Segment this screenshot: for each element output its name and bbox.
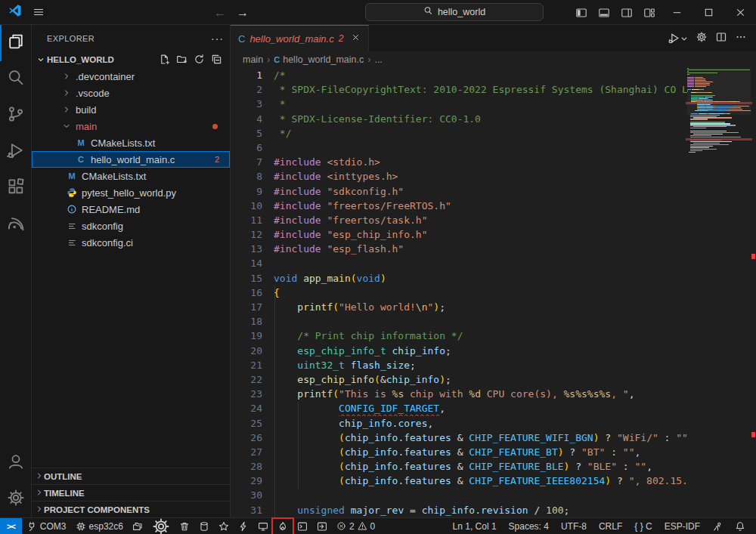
tree-item-build[interactable]: build [32, 101, 230, 118]
code-line[interactable]: 22 esp_chip_info(&chip_info); [231, 372, 687, 387]
tree-item-sdkconfig[interactable]: sdkconfig [32, 218, 230, 234]
tree-item-cmakelists-txt[interactable]: MCMakeLists.txt [32, 134, 230, 151]
status-language-mode[interactable]: { } C [629, 518, 657, 534]
status-feedback[interactable] [707, 518, 728, 534]
code-line[interactable]: 19 /* Print chip information */ [231, 329, 687, 343]
activity-item-extensions[interactable] [0, 170, 31, 206]
tree-item-sdkconfig-ci[interactable]: sdkconfig.ci [32, 234, 230, 251]
layout-panel-icon[interactable] [593, 0, 615, 25]
minimap-viewport[interactable] [687, 68, 751, 115]
code-area[interactable]: 1/*2 * SPDX-FileCopyrightText: 2010-2022… [231, 68, 756, 517]
code-line[interactable]: 27 (chip_info.features & CHIP_FEATURE_BT… [231, 445, 687, 459]
activity-item-source-control[interactable] [0, 97, 31, 134]
maximize-button[interactable] [692, 0, 724, 25]
section-outline[interactable]: OUTLINE [32, 468, 230, 484]
activity-item-espressif-idf[interactable] [0, 206, 31, 242]
code-line[interactable]: 9#include "sdkconfig.h" [231, 184, 687, 199]
code-line[interactable]: 11#include "freertos/task.h" [231, 213, 687, 227]
minimap[interactable] [687, 68, 751, 517]
explorer-more-icon[interactable]: ··· [211, 32, 224, 45]
tree-item-hello-world-main-c[interactable]: Chello_world_main.c2 [32, 151, 230, 168]
code-line[interactable]: 30 [231, 488, 687, 502]
gear-icon[interactable] [696, 31, 708, 46]
status-monitor[interactable] [254, 518, 272, 534]
code-line[interactable]: 4 * SPDX-License-Identifier: CC0-1.0 [231, 112, 687, 126]
minimize-button[interactable] [661, 0, 692, 25]
code-line[interactable]: 15void app_main(void) [231, 271, 687, 286]
code-line[interactable]: 20 esp_chip_info_t chip_info; [231, 344, 687, 358]
run-debug-icon[interactable] [668, 32, 688, 45]
status-menuconfig[interactable] [148, 518, 174, 534]
code-line[interactable]: 8#include <inttypes.h> [231, 169, 687, 184]
tree-item-main[interactable]: main [32, 118, 230, 134]
status-serial-port[interactable]: COM3 [23, 518, 70, 534]
status-erase-flash[interactable] [195, 518, 213, 534]
status-build-flash-monitor[interactable] [274, 518, 292, 534]
section-project-components[interactable]: PROJECT COMPONENTS [32, 501, 230, 517]
tree-item--vscode[interactable]: .vscode [32, 85, 230, 101]
overview-ruler[interactable] [751, 68, 756, 517]
status-indentation[interactable]: Spaces: 4 [503, 518, 554, 534]
code-line[interactable]: 31 unsigned major_rev = chip_info.revisi… [231, 503, 687, 517]
search-input[interactable]: hello_world [365, 3, 544, 21]
code-line[interactable]: 7#include <stdio.h> [231, 155, 687, 169]
new-file-icon[interactable] [159, 54, 170, 66]
code-line[interactable]: 12#include "esp_chip_info.h" [231, 227, 687, 242]
layout-sidebar-left-icon[interactable] [570, 0, 593, 25]
code-line[interactable]: 23 printf("This is %s chip with %d CPU c… [231, 387, 687, 401]
tab-hello-world-main[interactable]: C hello_world_main.c 2 [231, 25, 369, 51]
status-custom-task[interactable] [313, 518, 331, 534]
close-button[interactable] [724, 0, 756, 25]
status-open-project[interactable] [129, 518, 147, 534]
layout-customize-icon[interactable] [638, 0, 661, 25]
refresh-icon[interactable] [194, 54, 205, 66]
status-cursor-position[interactable]: Ln 1, Col 1 [448, 518, 502, 534]
layout-sidebar-right-icon[interactable] [615, 0, 638, 25]
status-device-target[interactable]: esp32c6 [72, 518, 127, 534]
code-line[interactable]: 10#include "freertos/FreeRTOS.h" [231, 199, 687, 213]
code-line[interactable]: 6 [231, 140, 687, 155]
activity-item-run-debug[interactable] [0, 134, 31, 170]
code-line[interactable]: 21 uint32_t flash_size; [231, 358, 687, 372]
code-line[interactable]: 13#include "esp_flash.h" [231, 242, 687, 256]
workspace-section-header[interactable]: HELLO_WORLD [32, 51, 230, 68]
code-line[interactable]: 18 [231, 314, 687, 329]
back-arrow-icon[interactable]: ← [214, 6, 226, 20]
status-esp-idf-version[interactable]: ESP-IDF [659, 518, 705, 534]
status-notifications[interactable] [730, 518, 751, 534]
code-line[interactable]: 5 */ [231, 126, 687, 140]
activity-item-explorer[interactable] [0, 25, 31, 61]
status-idf-terminal[interactable] [293, 518, 311, 534]
split-editor-icon[interactable] [715, 31, 727, 46]
menu-icon[interactable] [33, 6, 45, 18]
status-eol[interactable]: CRLF [593, 518, 627, 534]
tree-item-cmakelists-txt[interactable]: MCMakeLists.txt [32, 168, 230, 184]
tree-item-readme-md[interactable]: README.md [32, 201, 230, 218]
new-folder-icon[interactable] [176, 54, 187, 66]
status-build[interactable] [215, 518, 233, 534]
status-encoding[interactable]: UTF-8 [556, 518, 592, 534]
code-line[interactable]: 2 * SPDX-FileCopyrightText: 2010-2022 Es… [231, 82, 687, 97]
activity-item-search[interactable] [0, 61, 31, 97]
forward-arrow-icon[interactable]: → [237, 6, 249, 20]
breadcrumb-item[interactable]: Chello_world_main.c [274, 54, 364, 65]
code-line[interactable]: 16{ [231, 286, 687, 300]
activity-item-settings[interactable] [0, 481, 31, 517]
status-flash[interactable] [234, 518, 253, 534]
tree-item--devcontainer[interactable]: .devcontainer [32, 68, 230, 85]
tab-close-icon[interactable] [351, 32, 361, 45]
tree-item-pytest-hello-world-py[interactable]: pytest_hello_world.py [32, 184, 230, 201]
section-timeline[interactable]: TIMELINE [32, 484, 230, 501]
breadcrumb-item[interactable]: ... [374, 54, 382, 65]
code-line[interactable]: 25 chip_info.cores, [231, 416, 687, 431]
code-line[interactable]: 26 (chip_info.features & CHIP_FEATURE_WI… [231, 431, 687, 445]
code-line[interactable]: 17 printf("Hello world!\n"); [231, 300, 687, 314]
more-actions-icon[interactable] [735, 31, 747, 46]
code-line[interactable]: 28 (chip_info.features & CHIP_FEATURE_BL… [231, 459, 687, 474]
code-line[interactable]: 1/* [231, 68, 687, 82]
code-line[interactable]: 29 (chip_info.features & CHIP_FEATURE_IE… [231, 474, 687, 488]
code-line[interactable]: 14 [231, 256, 687, 270]
code-line[interactable]: 24 CONFIG_IDF_TARGET, [231, 401, 687, 415]
code-line[interactable]: 3 * [231, 97, 687, 111]
breadcrumb-item[interactable]: main [243, 54, 263, 65]
